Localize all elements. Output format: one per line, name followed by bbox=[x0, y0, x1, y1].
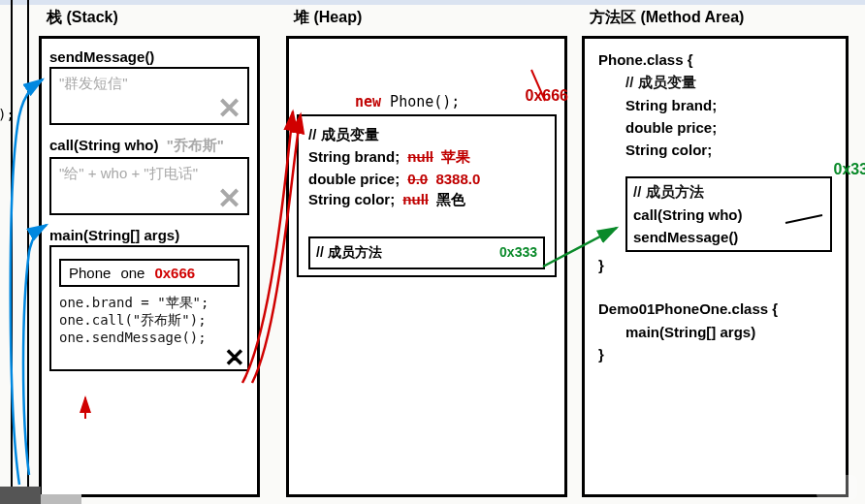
heap-title: 堆 (Heap) bbox=[286, 4, 567, 32]
class-methods-box: 0x333 // 成员方法 call(String who) sendMessa… bbox=[625, 176, 832, 252]
addr-value: 0x333 bbox=[834, 161, 866, 177]
stack-frame-call-arg: "乔布斯" bbox=[167, 137, 224, 153]
class-method: sendMessage() bbox=[633, 226, 824, 248]
class-method: call(String who) bbox=[633, 204, 824, 226]
class-header: Demo01PhoneOne.class { bbox=[598, 298, 832, 320]
new-constructor: Phone(); bbox=[381, 93, 460, 110]
class-var: String color; bbox=[625, 139, 832, 161]
stack-frame-label-main: main(String[] args) bbox=[49, 227, 249, 243]
close-x-icon: ✕ bbox=[224, 343, 245, 373]
var-type: Phone bbox=[69, 265, 111, 281]
stack-frame-body: "给" + who + "打电话" bbox=[59, 165, 198, 181]
heap-object-address: 0x666 bbox=[526, 87, 569, 105]
field-new-value: 8388.0 bbox=[435, 171, 480, 187]
member-method-comment: // 成员方法 bbox=[316, 244, 382, 262]
stack-frame-body: "群发短信" bbox=[59, 75, 128, 91]
class-close: } bbox=[598, 343, 832, 365]
class-method: main(String[] args) bbox=[625, 321, 832, 343]
heap-new-expression: new Phone(); bbox=[297, 93, 557, 110]
class-block-demo: Demo01PhoneOne.class { main(String[] arg… bbox=[598, 298, 832, 365]
method-address: 0x333 bbox=[499, 244, 537, 262]
local-var-row: Phone one 0x666 bbox=[59, 259, 240, 287]
method-address-tag: 0x333 bbox=[834, 161, 866, 178]
class-block-phone: Phone.class { // 成员变量 String brand; doub… bbox=[598, 48, 832, 276]
watermark-icon bbox=[817, 475, 857, 500]
method-area-title: 方法区 (Method Area) bbox=[582, 4, 849, 32]
bottom-bar-segment bbox=[0, 487, 41, 504]
main-code-block: one.brand = "苹果"; one.call("乔布斯"); one.s… bbox=[59, 295, 240, 345]
var-comment: // 成员变量 bbox=[625, 71, 832, 93]
stack-column: 栈 (Stack) sendMessage() "群发短信" ✕ call(St… bbox=[39, 4, 260, 497]
field-row-price: double price; 0.0 8388.0 bbox=[308, 171, 545, 187]
stack-frame-call-sig: call(String who) bbox=[49, 137, 159, 153]
method-comment: // 成员方法 bbox=[633, 180, 824, 203]
divider-line bbox=[11, 0, 13, 494]
stack-frame-sendmessage: "群发短信" ✕ bbox=[49, 67, 249, 125]
field-old-value: null bbox=[407, 148, 433, 165]
class-close: } bbox=[598, 254, 832, 276]
divider-line bbox=[27, 0, 29, 494]
close-x-icon: ✕ bbox=[217, 181, 241, 215]
new-keyword: new bbox=[355, 93, 381, 110]
field-new-value: 苹果 bbox=[441, 148, 470, 165]
member-var-comment: // 成员变量 bbox=[308, 126, 545, 144]
heap-column: 堆 (Heap) 0x666 new Phone(); // 成员变量 Stri… bbox=[286, 4, 567, 497]
heap-method-pointer-box: // 成员方法 0x333 bbox=[308, 236, 545, 269]
stack-frame-call: "给" + who + "打电话" ✕ bbox=[49, 157, 249, 215]
var-address: 0x666 bbox=[154, 265, 195, 281]
stack-frame-label-call: call(String who) "乔布斯" bbox=[49, 137, 249, 155]
method-area-column: 方法区 (Method Area) Phone.class { // 成员变量 … bbox=[582, 4, 849, 497]
class-var: String brand; bbox=[625, 94, 832, 116]
heap-object: // 成员变量 String brand; null 苹果 double pri… bbox=[297, 114, 557, 277]
close-x-icon: ✕ bbox=[217, 91, 241, 125]
field-decl: double price; bbox=[308, 171, 400, 187]
bottom-bar-segment bbox=[41, 494, 81, 504]
field-row-color: String color; null 黑色 bbox=[308, 191, 545, 209]
field-new-value: 黑色 bbox=[436, 191, 465, 207]
var-name: one bbox=[120, 265, 144, 281]
stack-frame-main: Phone one 0x666 one.brand = "苹果"; one.ca… bbox=[49, 245, 249, 371]
stack-frame-label-sendmessage: sendMessage() bbox=[49, 48, 249, 65]
field-decl: String brand; bbox=[308, 148, 400, 165]
stack-box: sendMessage() "群发短信" ✕ call(String who) … bbox=[39, 36, 260, 497]
stack-title: 栈 (Stack) bbox=[39, 4, 260, 32]
method-area-box: Phone.class { // 成员变量 String brand; doub… bbox=[582, 36, 849, 497]
field-old-value: 0.0 bbox=[407, 171, 428, 187]
class-header: Phone.class { bbox=[598, 48, 832, 71]
heap-box: 0x666 new Phone(); // 成员变量 String brand;… bbox=[286, 36, 567, 497]
class-var: double price; bbox=[625, 116, 832, 139]
field-row-brand: String brand; null 苹果 bbox=[308, 148, 545, 167]
field-old-value: null bbox=[402, 191, 429, 207]
field-decl: String color; bbox=[308, 191, 395, 207]
